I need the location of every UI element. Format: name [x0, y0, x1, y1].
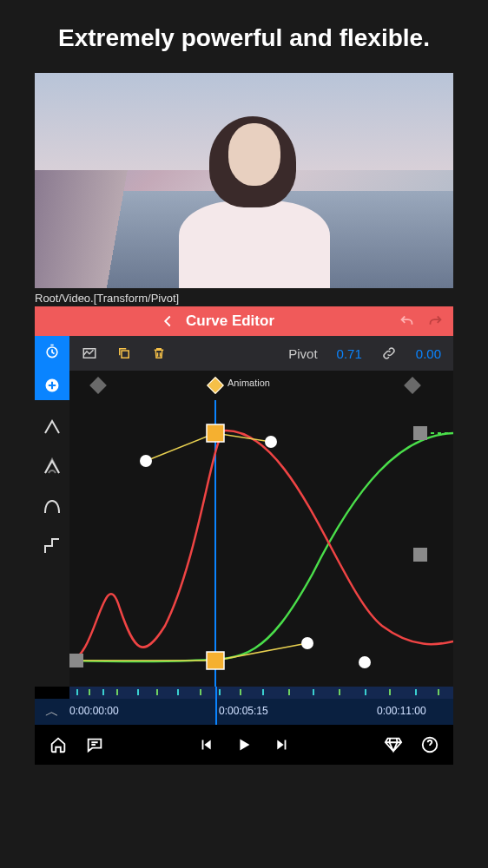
- svg-rect-27: [200, 689, 201, 695]
- svg-rect-38: [202, 740, 204, 750]
- svg-rect-34: [365, 689, 366, 695]
- playhead-icon[interactable]: [215, 687, 217, 725]
- ease-spike-icon[interactable]: [42, 456, 63, 477]
- step-forward-icon[interactable]: [271, 735, 290, 754]
- trash-icon[interactable]: [151, 345, 167, 361]
- svg-point-11: [265, 436, 277, 448]
- svg-rect-35: [389, 689, 391, 695]
- svg-line-6: [146, 433, 215, 461]
- svg-point-13: [359, 656, 371, 668]
- breadcrumb: Root/Video.[Transform/Pivot]: [35, 288, 453, 306]
- svg-rect-37: [438, 689, 439, 695]
- keyframe-track[interactable]: Animation: [69, 371, 453, 400]
- plus-circle-icon: [43, 377, 61, 394]
- ease-linear-icon[interactable]: [42, 416, 63, 437]
- svg-rect-36: [415, 689, 417, 695]
- svg-rect-26: [177, 689, 179, 695]
- ease-step-icon[interactable]: [42, 536, 63, 556]
- timecode-mid: 0:00:05:15: [219, 705, 268, 717]
- svg-rect-30: [262, 689, 264, 695]
- home-icon[interactable]: [49, 735, 68, 754]
- svg-rect-32: [313, 689, 314, 695]
- svg-line-9: [215, 643, 307, 661]
- headline: Extremely powerful and flexible.: [0, 0, 488, 73]
- side-tab-time[interactable]: [35, 336, 69, 371]
- svg-rect-20: [76, 689, 78, 695]
- animation-label: Animation: [228, 378, 270, 388]
- copy-icon[interactable]: [116, 345, 132, 361]
- redo-icon[interactable]: [425, 312, 445, 331]
- app-frame: Root/Video.[Transform/Pivot] Curve Edito…: [35, 73, 453, 765]
- link-icon[interactable]: [381, 345, 397, 361]
- svg-rect-31: [288, 689, 290, 695]
- graph-icon[interactable]: [82, 345, 97, 361]
- curve-canvas[interactable]: [69, 400, 453, 687]
- expand-chevron-icon[interactable]: ︿: [35, 703, 69, 721]
- help-icon[interactable]: [420, 735, 439, 754]
- keyframe-marker[interactable]: [89, 377, 107, 394]
- svg-rect-14: [207, 424, 224, 442]
- timecode-start: 0:00:00:00: [69, 705, 119, 717]
- diamond-gem-icon[interactable]: [384, 735, 403, 754]
- timeline-strip[interactable]: [69, 687, 453, 699]
- svg-rect-19: [69, 687, 453, 699]
- keyframe-row: Animation: [35, 371, 453, 400]
- title-bar: Curve Editor: [35, 306, 453, 336]
- toolbar: Pivot 0.71 0.00: [35, 336, 453, 371]
- keyframe-marker[interactable]: [404, 377, 421, 394]
- editor-title: Curve Editor: [186, 312, 274, 330]
- svg-point-10: [140, 455, 152, 467]
- back-arrow-icon[interactable]: [158, 312, 177, 331]
- svg-rect-33: [339, 689, 340, 695]
- svg-rect-16: [69, 654, 83, 667]
- bottom-bar: [35, 725, 453, 765]
- undo-icon[interactable]: [398, 312, 417, 331]
- svg-rect-24: [137, 689, 139, 695]
- svg-rect-15: [207, 652, 224, 669]
- svg-rect-39: [285, 740, 287, 750]
- svg-rect-22: [102, 689, 104, 695]
- curve-region: [35, 400, 453, 687]
- svg-rect-21: [89, 689, 90, 695]
- svg-rect-18: [413, 548, 427, 562]
- svg-rect-29: [240, 689, 241, 695]
- value-1[interactable]: 0.71: [337, 346, 362, 361]
- svg-point-12: [301, 637, 313, 649]
- comment-icon[interactable]: [85, 735, 104, 754]
- stopwatch-icon: [43, 343, 61, 360]
- ease-bell-icon[interactable]: [42, 496, 63, 516]
- svg-rect-17: [413, 426, 427, 440]
- video-preview[interactable]: [35, 73, 453, 288]
- play-icon[interactable]: [234, 735, 254, 754]
- value-2[interactable]: 0.00: [416, 346, 441, 361]
- step-back-icon[interactable]: [198, 735, 217, 754]
- ease-presets: [35, 400, 69, 687]
- timecode-end: 0:00:11:00: [377, 705, 426, 717]
- svg-rect-25: [156, 689, 158, 695]
- svg-rect-28: [219, 689, 221, 695]
- svg-rect-2: [122, 351, 129, 358]
- timecode-row[interactable]: ︿ 0:00:00:00 0:00:05:15 0:00:11:00: [35, 699, 453, 725]
- svg-rect-23: [116, 689, 118, 695]
- keyframe-marker-active[interactable]: [207, 377, 224, 394]
- curve-svg: [69, 400, 453, 687]
- property-label: Pivot: [288, 346, 317, 361]
- add-keyframe-button[interactable]: [35, 371, 69, 400]
